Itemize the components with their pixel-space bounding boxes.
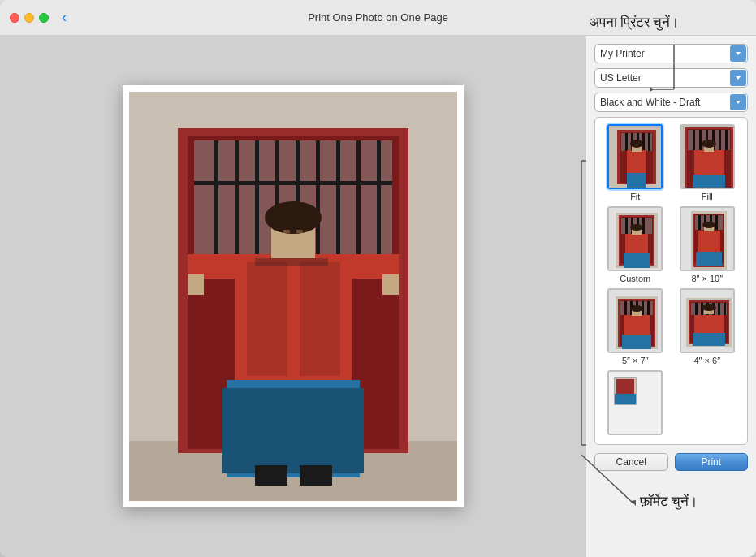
svg-rect-55 xyxy=(719,130,721,150)
svg-rect-97 xyxy=(624,315,650,336)
svg-rect-27 xyxy=(283,230,290,233)
minimize-button[interactable] xyxy=(24,13,34,23)
svg-rect-57 xyxy=(694,150,724,176)
print-button[interactable]: Print xyxy=(675,453,749,471)
svg-point-115 xyxy=(702,304,716,311)
quality-dropdown[interactable]: Black and White - Draft xyxy=(594,93,748,112)
svg-rect-11 xyxy=(336,140,340,254)
format-fit[interactable]: Fit xyxy=(602,124,669,201)
svg-rect-17 xyxy=(300,262,340,376)
svg-point-86 xyxy=(702,222,715,228)
format-4x6[interactable]: 4″ × 6″ xyxy=(674,288,741,365)
photo-frame xyxy=(123,85,464,507)
format-custom[interactable]: Custom xyxy=(602,206,669,283)
close-button[interactable] xyxy=(10,13,19,23)
paper-dropdown-wrapper: US Letter xyxy=(594,68,748,88)
svg-rect-110 xyxy=(718,303,720,315)
svg-rect-52 xyxy=(699,130,702,150)
format-8x10[interactable]: 8″ × 10″ xyxy=(674,206,741,283)
svg-rect-42 xyxy=(648,133,650,151)
svg-point-26 xyxy=(265,201,322,234)
format-5x7-label: 5″ × 7″ xyxy=(622,356,649,365)
svg-rect-5 xyxy=(214,140,218,254)
format-4x6-thumb xyxy=(680,288,735,353)
format-custom-label: Custom xyxy=(620,274,650,283)
svg-rect-7 xyxy=(255,140,259,254)
window-title: Print One Photo on One Page xyxy=(308,11,448,24)
svg-rect-20 xyxy=(222,388,364,473)
format-4x6-label: 4″ × 6″ xyxy=(693,356,720,365)
svg-rect-106 xyxy=(695,303,698,315)
svg-rect-69 xyxy=(642,218,645,234)
svg-rect-23 xyxy=(188,274,204,295)
svg-rect-18 xyxy=(255,258,328,266)
format-8x10-label: 8″ × 10″ xyxy=(691,274,723,283)
back-button[interactable]: ‹ xyxy=(57,7,71,28)
svg-rect-58 xyxy=(693,175,725,189)
format-5x7[interactable]: 5″ × 7″ xyxy=(602,288,669,365)
window: ‹ Print One Photo on One Page xyxy=(0,0,756,557)
svg-rect-113 xyxy=(693,333,725,346)
format-fill[interactable]: Fill xyxy=(674,124,741,201)
svg-rect-51 xyxy=(693,130,695,150)
svg-rect-12 xyxy=(356,140,361,254)
svg-rect-84 xyxy=(696,252,722,266)
svg-rect-56 xyxy=(725,130,728,150)
format-grid: Fit xyxy=(594,117,748,445)
maximize-button[interactable] xyxy=(39,13,49,23)
svg-rect-98 xyxy=(622,335,651,349)
photo-image xyxy=(129,92,457,501)
format-wallet[interactable] xyxy=(602,370,669,438)
traffic-lights xyxy=(10,13,49,23)
svg-rect-96 xyxy=(647,301,650,315)
format-fit-thumb xyxy=(607,124,663,189)
svg-rect-70 xyxy=(625,234,648,256)
printer-dropdown-wrapper: My Printer xyxy=(594,44,748,63)
svg-rect-43 xyxy=(627,150,646,175)
format-fill-thumb xyxy=(680,124,735,189)
format-5x7-thumb xyxy=(607,288,663,353)
svg-point-60 xyxy=(702,140,716,148)
right-panel: My Printer US Letter Black and White - D… xyxy=(585,36,756,557)
svg-rect-24 xyxy=(382,274,399,295)
svg-rect-79 xyxy=(698,215,701,230)
format-fit-label: Fit xyxy=(630,192,640,201)
photo-preview-area xyxy=(0,36,585,557)
svg-rect-71 xyxy=(624,253,650,268)
svg-rect-82 xyxy=(715,215,718,230)
button-row: Cancel Print xyxy=(594,453,748,471)
titlebar: ‹ Print One Photo on One Page xyxy=(0,0,756,36)
content-area: My Printer US Letter Black and White - D… xyxy=(0,36,756,557)
svg-point-73 xyxy=(630,224,643,231)
svg-rect-111 xyxy=(724,303,726,315)
format-fill-label: Fill xyxy=(702,192,713,201)
svg-rect-44 xyxy=(627,173,646,188)
svg-rect-29 xyxy=(255,465,287,486)
quality-dropdown-wrapper: Black and White - Draft xyxy=(594,93,748,112)
svg-rect-16 xyxy=(247,262,287,376)
svg-rect-10 xyxy=(316,140,320,254)
format-8x10-thumb xyxy=(680,206,735,271)
format-wallet-thumb xyxy=(607,370,663,435)
svg-rect-83 xyxy=(698,231,720,253)
cancel-button[interactable]: Cancel xyxy=(594,453,668,471)
svg-point-46 xyxy=(630,140,643,148)
paper-dropdown[interactable]: US Letter xyxy=(594,68,748,88)
svg-rect-30 xyxy=(300,465,332,486)
printer-dropdown[interactable]: My Printer xyxy=(594,44,748,63)
svg-rect-6 xyxy=(235,140,239,254)
svg-rect-38 xyxy=(625,133,628,151)
svg-rect-112 xyxy=(694,315,724,335)
svg-rect-13 xyxy=(377,140,381,254)
svg-rect-14 xyxy=(194,181,392,185)
svg-rect-28 xyxy=(296,230,303,233)
svg-point-100 xyxy=(630,305,643,312)
svg-rect-41 xyxy=(642,133,645,151)
format-custom-thumb xyxy=(607,206,663,271)
svg-rect-92 xyxy=(624,301,627,315)
svg-rect-66 xyxy=(625,218,628,234)
